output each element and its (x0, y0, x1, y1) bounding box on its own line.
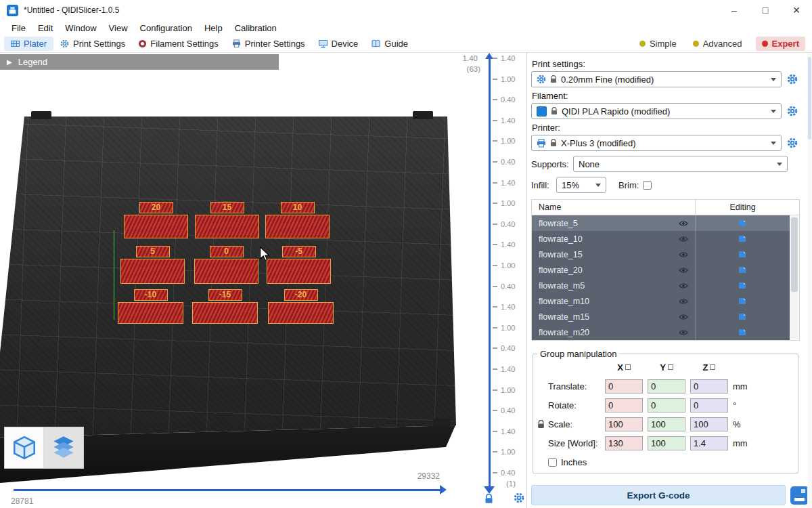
model-object[interactable]: -5 (267, 246, 331, 284)
model-object[interactable]: -10 (118, 289, 183, 324)
layers-view-button[interactable] (44, 427, 83, 468)
edit-icon[interactable] (695, 231, 790, 247)
eye-icon[interactable] (672, 251, 695, 258)
object-list-row[interactable]: flowrate_m20 (532, 324, 790, 340)
mode-expert[interactable]: Expert (756, 37, 805, 51)
model-object-body[interactable] (120, 259, 185, 284)
tab-print-settings[interactable]: Print Settings (53, 37, 132, 51)
eye-icon[interactable] (672, 298, 695, 305)
menu-calibration[interactable]: Calibration (229, 22, 283, 35)
eye-icon[interactable] (672, 267, 695, 274)
edit-icon[interactable] (695, 262, 790, 278)
z-value-input[interactable] (690, 417, 728, 431)
model-object[interactable]: 10 (265, 202, 330, 238)
edit-icon[interactable] (695, 309, 790, 324)
horizontal-move-slider[interactable] (14, 489, 440, 491)
tab-plater[interactable]: Plater (4, 37, 53, 51)
object-list-row[interactable]: flowrate_m15 (532, 309, 790, 324)
print-settings-combo[interactable]: 0.20mm Fine (modified) (531, 71, 782, 87)
z-value-input[interactable] (690, 379, 728, 394)
edit-icon[interactable] (695, 293, 790, 309)
edit-icon[interactable] (695, 324, 790, 340)
object-list-row[interactable]: flowrate_15 (532, 247, 790, 262)
object-list-row[interactable]: flowrate_10 (532, 231, 790, 247)
model-object-body[interactable] (192, 302, 258, 324)
menu-configuration[interactable]: Configuration (134, 22, 198, 35)
x-value-input[interactable] (605, 436, 643, 450)
filament-gear-button[interactable] (785, 104, 800, 119)
y-value-input[interactable] (648, 398, 685, 412)
model-object[interactable]: -20 (268, 289, 334, 324)
model-object[interactable]: -15 (192, 289, 258, 324)
object-list-row[interactable]: flowrate_20 (532, 262, 790, 278)
z-value-input[interactable] (690, 398, 728, 412)
edit-icon[interactable] (695, 278, 790, 293)
menu-window[interactable]: Window (59, 22, 102, 35)
model-object[interactable]: 15 (195, 202, 259, 238)
scrollbar-thumb[interactable] (808, 57, 811, 140)
uniform-scale-lock-icon[interactable] (537, 420, 548, 429)
filament-combo[interactable]: QIDI PLA Rapido (modified) (531, 103, 782, 119)
z-value-input[interactable] (690, 436, 728, 450)
y-value-input[interactable] (648, 417, 685, 431)
model-object-body[interactable] (194, 259, 258, 284)
eye-icon[interactable] (672, 329, 695, 336)
expand-arrow-icon[interactable]: ▶ (7, 58, 12, 66)
export-sd-icon[interactable] (790, 486, 809, 505)
tab-device[interactable]: Device (312, 37, 365, 51)
tab-filament-settings[interactable]: Filament Settings (132, 37, 225, 51)
x-value-input[interactable] (605, 379, 643, 394)
model-object-body[interactable] (267, 259, 331, 284)
model-object-body[interactable] (195, 215, 259, 238)
model-object-body[interactable] (265, 215, 330, 238)
mode-advanced[interactable]: Advanced (690, 37, 745, 51)
edit-icon[interactable] (695, 215, 790, 231)
model-object-body[interactable] (118, 302, 183, 324)
object-list-row[interactable]: flowrate_m5 (532, 278, 790, 293)
menu-help[interactable]: Help (198, 22, 229, 35)
minimize-button[interactable]: – (719, 0, 750, 20)
menu-edit[interactable]: Edit (32, 22, 59, 35)
tab-guide[interactable]: Guide (365, 37, 415, 51)
object-list-row[interactable]: flowrate_5 (532, 215, 790, 231)
eye-icon[interactable] (672, 314, 695, 320)
y-value-input[interactable] (648, 379, 685, 394)
object-list-scrollbar[interactable] (790, 216, 798, 339)
menu-view[interactable]: View (103, 22, 134, 35)
layer-lock-icon[interactable] (484, 494, 493, 506)
layer-slider[interactable] (489, 58, 491, 488)
eye-icon[interactable] (672, 236, 695, 242)
x-value-input[interactable] (605, 398, 643, 412)
object-list-row[interactable]: flowrate_m10 (532, 293, 790, 309)
printer-combo[interactable]: X-Plus 3 (modified) (531, 135, 782, 151)
inches-checkbox[interactable] (548, 458, 557, 467)
close-button[interactable]: × (781, 0, 812, 20)
model-object[interactable]: 20 (124, 202, 188, 238)
layer-slider-thumb[interactable] (484, 486, 495, 494)
scrollbar-thumb[interactable] (791, 217, 798, 292)
brim-checkbox[interactable] (643, 181, 652, 190)
move-slider-arrow-icon[interactable] (440, 485, 447, 494)
mode-simple[interactable]: Simple (637, 37, 679, 51)
model-object[interactable]: 0 (194, 246, 258, 284)
scene-view-button[interactable] (5, 427, 44, 468)
infill-combo[interactable]: 15% (556, 177, 606, 193)
maximize-button[interactable]: □ (750, 0, 781, 20)
legend-bar[interactable]: ▶ Legend (0, 54, 279, 70)
menu-file[interactable]: File (5, 22, 32, 35)
viewport-3d[interactable]: 20151050-5-10-15-20 ▶ Legend 29332 28781… (0, 53, 527, 508)
print-settings-gear-button[interactable] (785, 72, 800, 87)
export-gcode-button[interactable]: Export G-code (531, 485, 786, 505)
inches-toggle[interactable]: Inches (548, 457, 792, 467)
edit-icon[interactable] (695, 247, 790, 262)
model-object-body[interactable] (268, 302, 334, 324)
x-value-input[interactable] (605, 417, 643, 431)
tab-printer-settings[interactable]: Printer Settings (225, 37, 312, 51)
sidebar-scrollbar[interactable] (807, 53, 812, 508)
printer-gear-button[interactable] (785, 135, 800, 150)
model-object[interactable]: 5 (120, 246, 185, 284)
eye-icon[interactable] (672, 220, 695, 227)
model-object-body[interactable] (124, 215, 188, 238)
y-value-input[interactable] (648, 436, 685, 450)
layer-gear-icon[interactable] (514, 492, 524, 505)
